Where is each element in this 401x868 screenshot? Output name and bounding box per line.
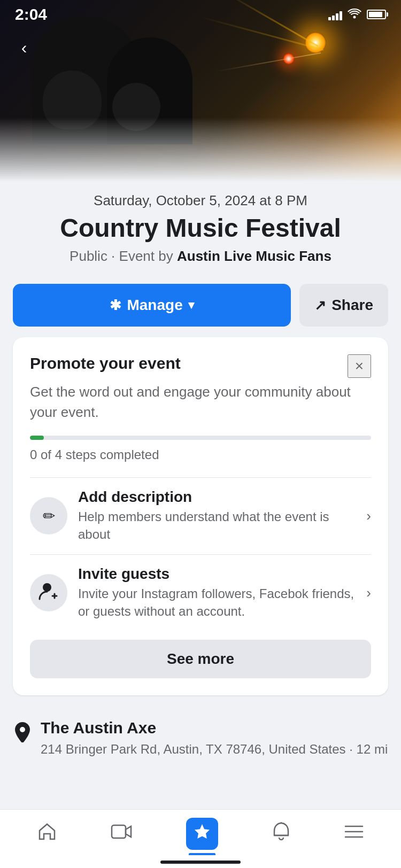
event-meta: Public · Event by Austin Live Music Fans [13, 248, 388, 265]
nav-home[interactable] [27, 817, 67, 851]
person-add-icon [38, 581, 59, 605]
home-icon [37, 822, 57, 846]
chevron-down-icon: ▾ [188, 298, 194, 312]
status-icons [328, 7, 386, 22]
location-pin-icon [13, 721, 32, 747]
step-content-guests: Invite guests Invite your Instagram foll… [78, 565, 360, 621]
event-meta-prefix: Public · Event by [70, 248, 177, 264]
location-details: The Austin Axe 214 Bringer Park Rd, Aust… [41, 719, 388, 758]
step-desc-description: Help members understand what the event i… [78, 508, 360, 544]
see-more-button[interactable]: See more [30, 640, 371, 678]
event-date: Saturday, October 5, 2024 at 8 PM [13, 192, 388, 209]
steps-completed: 0 of 4 steps completed [30, 447, 371, 462]
back-button[interactable]: ‹ [11, 34, 37, 61]
manage-label: Manage [127, 297, 182, 314]
promote-title: Promote your event [30, 354, 181, 373]
menu-icon [344, 824, 364, 844]
battery-icon [367, 10, 386, 19]
step-title-description: Add description [78, 489, 360, 506]
location-address: 214 Bringer Park Rd, Austin, TX 78746, U… [41, 740, 388, 758]
progress-bar-container [30, 436, 371, 440]
progress-bar-fill [30, 436, 44, 440]
step-icon-circle-guests [30, 574, 67, 611]
status-time: 2:04 [15, 5, 47, 24]
step-chevron-guests: › [366, 585, 371, 601]
promote-card: Promote your event × Get the word out an… [13, 337, 388, 695]
bottom-nav [0, 809, 401, 868]
nav-video[interactable] [100, 817, 143, 851]
share-button[interactable]: ↗ Share [299, 284, 388, 327]
bell-icon [272, 821, 290, 846]
steps-suffix: steps completed [62, 447, 159, 462]
svg-point-7 [280, 822, 282, 824]
nav-menu[interactable] [334, 818, 374, 849]
pencil-icon: ✏ [43, 507, 55, 525]
location-section: The Austin Axe 214 Bringer Park Rd, Aust… [13, 704, 388, 769]
step-add-description[interactable]: ✏ Add description Help members understan… [30, 477, 371, 554]
step-desc-guests: Invite your Instagram followers, Facebok… [78, 585, 360, 621]
action-buttons: ✱ Manage ▾ ↗ Share [13, 284, 388, 327]
nav-featured[interactable] [175, 812, 229, 855]
step-title-guests: Invite guests [78, 565, 360, 583]
nav-notifications[interactable] [261, 816, 301, 851]
share-icon: ↗ [314, 297, 326, 314]
svg-point-0 [353, 16, 356, 19]
promote-header: Promote your event × [30, 354, 371, 378]
back-icon: ‹ [21, 39, 27, 56]
close-promote-button[interactable]: × [348, 354, 371, 378]
step-chevron-description: › [366, 508, 371, 524]
location-name: The Austin Axe [41, 719, 388, 737]
nav-active-indicator [189, 853, 215, 855]
svg-rect-6 [112, 825, 126, 838]
signal-icon [328, 9, 342, 20]
svg-point-5 [20, 727, 25, 732]
nav-featured-box [186, 818, 218, 850]
step-icon-circle-description: ✏ [30, 497, 67, 534]
manage-icon: ✱ [110, 297, 121, 314]
home-indicator [160, 861, 241, 864]
step-content-description: Add description Help members understand … [78, 489, 360, 544]
step-invite-guests[interactable]: Invite guests Invite your Instagram foll… [30, 554, 371, 631]
manage-button[interactable]: ✱ Manage ▾ [13, 284, 291, 327]
wifi-icon [348, 7, 361, 22]
event-organizer: Austin Live Music Fans [177, 248, 331, 264]
event-title: Country Music Festival [13, 213, 388, 243]
event-info: Saturday, October 5, 2024 at 8 PM Countr… [13, 182, 388, 273]
video-icon [111, 822, 132, 846]
status-bar: 2:04 [0, 0, 401, 29]
svg-point-1 [43, 583, 51, 592]
star-icon [194, 823, 211, 844]
promote-description: Get the word out and engage your communi… [30, 382, 371, 422]
steps-count: 0 of 4 [30, 447, 62, 462]
main-content: Saturday, October 5, 2024 at 8 PM Countr… [0, 182, 401, 839]
share-label: Share [331, 297, 373, 314]
